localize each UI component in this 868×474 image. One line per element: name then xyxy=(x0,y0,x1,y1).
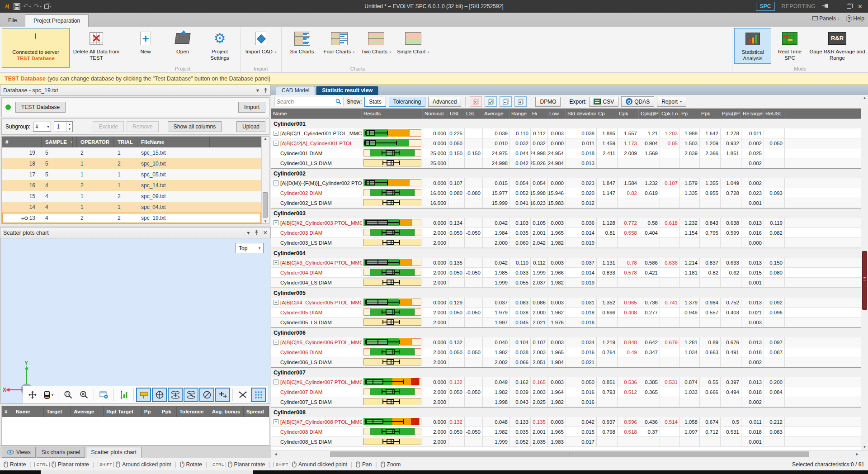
four-charts-button[interactable]: Four Charts ▾ xyxy=(321,28,358,56)
result-row[interactable]: Cylinder004 DIAM2.0000.050-0.0501.9850.0… xyxy=(271,268,868,278)
gage-rr-button[interactable]: R&R Gage R&R Average and Range xyxy=(808,28,866,63)
result-row[interactable]: Cylinder002 DIAM16.0000.080-0.08015.9770… xyxy=(271,188,868,198)
help-menu[interactable]: ?Help xyxy=(846,15,864,22)
hide-elements-icon[interactable] xyxy=(199,388,214,402)
result-row[interactable]: +[A|B|C]#5_Cylinder006 PTOL_MMC0.0000.13… xyxy=(271,337,868,347)
group-header[interactable]: Cylinder006 xyxy=(271,327,868,337)
spc-mode-tab[interactable]: SPC xyxy=(756,2,775,11)
connected-to-server-button[interactable]: Connected to server TEST Database xyxy=(2,28,70,68)
result-row[interactable]: Cylinder008 DIAM2.0000.050-0.0501.9820.0… xyxy=(271,427,868,437)
save-icon[interactable] xyxy=(14,3,20,10)
pin-icon[interactable] xyxy=(264,87,268,93)
axis-scale-icon[interactable] xyxy=(116,388,131,402)
result-row[interactable]: +[A|B|C]#3_Cylinder004 PTOL_MMC0.0000.13… xyxy=(271,258,868,268)
file-table-row[interactable]: 16421spc_14.txt xyxy=(2,180,261,191)
result-column-usl[interactable]: USL xyxy=(448,109,464,118)
group-header[interactable]: Cylinder005 xyxy=(271,288,868,298)
pan-icon[interactable] xyxy=(25,388,40,402)
test-database-button[interactable]: TEST Database xyxy=(15,102,66,113)
tolerancing-toggle-button[interactable]: Tolerancing xyxy=(389,97,425,107)
export-qdas-button[interactable]: QQDAS xyxy=(621,96,654,107)
chevron-down-icon[interactable]: ▾ xyxy=(247,229,250,236)
expand-icon[interactable]: + xyxy=(274,141,278,146)
stats-toggle-button[interactable]: Stats xyxy=(364,97,386,107)
summary-column-average[interactable]: Average xyxy=(71,406,104,417)
six-charts-button[interactable]: Six Charts xyxy=(283,28,321,56)
cylinder-axis-icon[interactable] xyxy=(168,388,183,402)
result-column-reusl[interactable]: ReUSL xyxy=(764,109,784,118)
expand-icon[interactable]: + xyxy=(274,180,278,185)
expand-all-icon[interactable] xyxy=(514,96,527,107)
result-column-retarget[interactable]: ReTarget xyxy=(741,109,764,118)
file-column-sample[interactable]: SAMPLE ▾ xyxy=(42,137,77,147)
file-table-scrollbar[interactable]: ▲ ▼ xyxy=(261,137,269,223)
result-row[interactable]: Cylinder002_LS DIAM16.00015.9990.04116.0… xyxy=(271,198,868,208)
import-button[interactable]: Import xyxy=(238,102,265,113)
chevron-down-icon[interactable]: ▾ xyxy=(256,87,259,94)
file-column-filename[interactable]: FileName xyxy=(137,137,210,147)
summary-column-tolerance[interactable]: Tolerance xyxy=(177,406,209,417)
vertical-scrollbar[interactable]: ▲ ▼ xyxy=(861,95,868,450)
tab-statistic-result-view[interactable]: Statistic result view xyxy=(316,86,378,95)
delete-all-data-button[interactable]: Delete All Data from TEST xyxy=(70,28,123,63)
zoom-extents-icon[interactable] xyxy=(76,388,91,402)
result-row[interactable]: +[A|{D(M)}-{F(M)}]_Cylinder002 PTOL_MMC0… xyxy=(271,178,868,188)
expand-icon[interactable]: + xyxy=(274,220,278,225)
result-column-cpkp[interactable]: Cpk@P xyxy=(639,109,660,118)
result-column-hi[interactable]: Hi xyxy=(530,109,547,118)
point-grid-icon[interactable] xyxy=(251,388,266,402)
restore-button[interactable] xyxy=(847,3,851,10)
real-time-spc-button[interactable]: Real Time SPC xyxy=(771,28,808,63)
upload-button[interactable]: Upload xyxy=(236,121,265,132)
subgroup-mode-select[interactable]: #▾ xyxy=(33,122,51,132)
result-row[interactable]: Cylinder001_LS DIAM25.00024.9980.04225.0… xyxy=(271,158,868,168)
group-header[interactable]: Cylinder007 xyxy=(271,367,868,377)
scrollbar-thumb[interactable] xyxy=(862,251,867,310)
result-row[interactable]: Cylinder006_LS DIAM2.0002.0020.0662.0511… xyxy=(271,357,868,367)
result-row[interactable]: Cylinder005_LS DIAM2.0001.9970.0452.0211… xyxy=(271,318,868,327)
summary-column-target[interactable]: Target xyxy=(44,406,71,417)
group-header[interactable]: Cylinder002 xyxy=(271,168,868,178)
view-camera-icon[interactable]: ▾ xyxy=(41,388,56,402)
panels-menu[interactable]: Panels ▾ xyxy=(812,15,840,22)
dpmo-button[interactable]: DPMO xyxy=(535,97,561,107)
result-row[interactable]: +[A|B|C]#6_Cylinder007 PTOL_MMC0.0000.13… xyxy=(271,377,868,387)
advanced-toggle-button[interactable]: Advanced xyxy=(428,97,461,107)
result-column-ppk[interactable]: Ppk xyxy=(699,109,720,118)
file-table-row[interactable]: 13422spc_19.txt xyxy=(2,213,261,223)
result-column-cpk[interactable]: Cpk xyxy=(617,109,639,118)
tab-views[interactable]: Views xyxy=(2,447,36,458)
tab-scatter-plots-chart[interactable]: Scatter plots chart xyxy=(86,447,142,458)
result-row[interactable]: +[A|B|C]#2_Cylinder003 PTOL_MMC0.0000.13… xyxy=(271,218,868,228)
summary-column-rqdtarget[interactable]: Rqd Target xyxy=(104,406,142,417)
group-header[interactable]: Cylinder003 xyxy=(271,208,868,218)
group-header[interactable]: Cylinder004 xyxy=(271,248,868,258)
search-input[interactable] xyxy=(277,99,335,105)
tab-file[interactable]: File xyxy=(0,14,25,27)
display-settings-icon[interactable] xyxy=(96,388,111,402)
minimize-button[interactable]: — xyxy=(835,3,840,10)
result-column-range[interactable]: Range xyxy=(509,109,530,118)
subgroup-value-stepper[interactable]: 1 ▲▼ xyxy=(54,121,73,132)
result-row[interactable]: +[A|B|C]/1_Cylinder001 PTOL_MMC0.0000.22… xyxy=(271,128,868,138)
expand-icon[interactable]: + xyxy=(274,300,278,305)
window-layout-icon[interactable]: ▾ xyxy=(44,5,51,9)
report-button[interactable]: Report▾ xyxy=(657,97,686,107)
file-column-operator[interactable]: OPERATOR xyxy=(77,137,114,147)
statistical-analysis-button[interactable]: Statistical Analysis xyxy=(734,28,771,64)
result-column-cpkln[interactable]: Cpk Ln xyxy=(660,109,679,118)
result-row[interactable]: Cylinder003 DIAM2.0000.050-0.0501.9840.0… xyxy=(271,228,868,238)
result-column-ppkp[interactable]: Ppk@P xyxy=(720,109,741,118)
view-orientation-select[interactable]: Top▾ xyxy=(236,243,264,253)
close-icon[interactable]: ✕ xyxy=(263,229,268,236)
expand-icon[interactable]: + xyxy=(274,419,278,424)
file-table-row[interactable]: 17511spc_05.txt xyxy=(2,169,261,180)
result-row[interactable]: Cylinder006 DIAM2.0000.050-0.0501.9820.0… xyxy=(271,347,868,357)
summary-column-name[interactable]: Name xyxy=(13,406,44,417)
result-column-name[interactable]: Name xyxy=(271,109,362,118)
result-column-low[interactable]: Low xyxy=(547,109,566,118)
summary-column-avgbonus[interactable]: Avg. bonus xyxy=(209,406,244,417)
result-row[interactable]: Cylinder004_LS DIAM2.0001.9990.0552.0371… xyxy=(271,278,868,288)
undo-icon[interactable]: ↶▾ xyxy=(23,2,31,10)
result-row[interactable]: Cylinder007 DIAM2.0000.050-0.0501.9820.0… xyxy=(271,387,868,397)
